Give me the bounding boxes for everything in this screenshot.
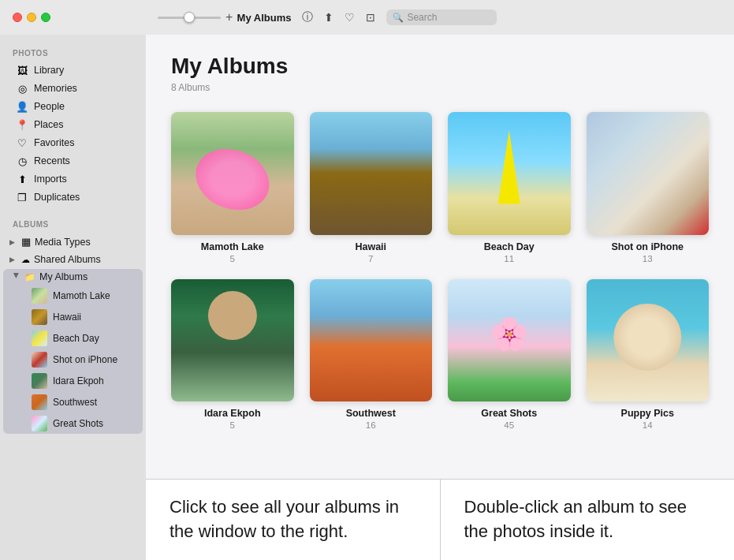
- media-types-label: Media Types: [35, 237, 91, 248]
- my-albums-chevron: ▶: [13, 273, 20, 281]
- media-types-icon: ▦: [21, 236, 31, 248]
- album-name-mamoth-lake: Mamoth Lake: [171, 241, 294, 252]
- search-box[interactable]: 🔍 Search: [386, 9, 497, 25]
- album-card-southwest[interactable]: Southwest 16: [310, 279, 433, 431]
- info-icon[interactable]: ⓘ: [302, 10, 313, 24]
- album-card-idara-ekpoh[interactable]: Idara Ekpoh 5: [171, 279, 294, 431]
- sidebar-sub-southwest[interactable]: Southwest: [6, 392, 140, 413]
- album-card-great-shots[interactable]: Great Shots 45: [448, 279, 571, 431]
- shot-on-iphone-thumb: [32, 352, 47, 368]
- sidebar-item-recents[interactable]: ◷ Recents: [3, 152, 143, 170]
- album-thumb-great-shots: [448, 279, 571, 402]
- media-types-chevron: ▶: [9, 238, 17, 246]
- album-name-puppy-pics: Puppy Pics: [587, 408, 710, 419]
- sidebar-item-library[interactable]: 🖼 Library: [3, 62, 143, 79]
- page-title: My Albums: [171, 54, 709, 79]
- album-card-beach-day[interactable]: Beach Day 11: [448, 112, 571, 263]
- albums-section-label: Albums: [0, 214, 146, 232]
- crop-icon[interactable]: ⊡: [366, 11, 375, 24]
- my-albums-header[interactable]: ▶ 📁 My Albums: [6, 269, 140, 285]
- sidebar-sub-great-shots[interactable]: Great Shots: [6, 413, 140, 434]
- sidebar-label-people: People: [34, 101, 65, 112]
- sidebar-label-duplicates: Duplicates: [34, 192, 80, 203]
- sidebar-label-memories: Memories: [34, 83, 77, 94]
- shared-albums-label: Shared Albums: [34, 254, 101, 265]
- idara-ekpoh-thumb: [32, 373, 47, 389]
- people-icon: 👤: [16, 100, 28, 113]
- search-icon: 🔍: [393, 13, 404, 23]
- album-thumb-mamoth-lake: [171, 112, 294, 235]
- shared-albums-header[interactable]: ▶ ☁ Shared Albums: [3, 252, 143, 267]
- album-name-idara-ekpoh: Idara Ekpoh: [171, 408, 294, 419]
- titlebar-center: My Albums ⓘ ⬆ ♡ ⊡ 🔍 Search: [237, 9, 497, 25]
- sidebar-sub-shot-on-iphone[interactable]: Shot on iPhone: [6, 349, 140, 370]
- sidebar-item-duplicates[interactable]: ❐ Duplicates: [3, 189, 143, 206]
- hawaii-thumb: [32, 309, 47, 325]
- album-card-shot-on-iphone[interactable]: Shot on iPhone 13: [587, 112, 710, 263]
- album-name-beach-day: Beach Day: [448, 241, 571, 252]
- sidebar-sub-mamoth-lake[interactable]: Mamoth Lake: [6, 286, 140, 306]
- beach-day-thumb: [32, 330, 47, 346]
- sidebar-sub-hawaii[interactable]: Hawaii: [6, 307, 140, 327]
- window-title: My Albums: [237, 12, 292, 24]
- minimize-button[interactable]: [27, 13, 36, 22]
- album-card-puppy-pics[interactable]: Puppy Pics 14: [587, 279, 710, 431]
- sidebar-label-imports: Imports: [34, 174, 67, 185]
- sidebar-item-memories[interactable]: ◎ Memories: [3, 80, 143, 97]
- sidebar-sub-idara-ekpoh[interactable]: Idara Ekpoh: [6, 371, 140, 391]
- album-thumb-southwest: [310, 279, 433, 402]
- content-area: My Albums 8 Albums Mamoth Lake 5 Hawaii: [146, 35, 734, 479]
- album-count-puppy-pics: 14: [587, 420, 710, 430]
- sidebar-sub-beach-day[interactable]: Beach Day: [6, 328, 140, 349]
- zoom-slider[interactable]: +: [158, 10, 233, 24]
- sidebar-item-people[interactable]: 👤 People: [3, 98, 143, 115]
- album-count-hawaii: 7: [310, 254, 433, 263]
- annotation-area: Click to see all your albums in the wind…: [146, 479, 734, 560]
- zoom-plus-icon[interactable]: +: [225, 10, 233, 24]
- album-count-great-shots: 45: [448, 420, 571, 430]
- sidebar-item-imports[interactable]: ⬆ Imports: [3, 170, 143, 188]
- album-card-mamoth-lake[interactable]: Mamoth Lake 5: [171, 112, 294, 263]
- great-shots-label: Great Shots: [53, 418, 103, 429]
- sidebar-label-favorites: Favorites: [34, 137, 74, 148]
- main-layout: Photos 🖼 Library ◎ Memories 👤 People 📍 P…: [0, 35, 734, 560]
- search-placeholder: Search: [407, 12, 437, 23]
- photos-section-label: Photos: [0, 43, 146, 61]
- sidebar-label-recents: Recents: [34, 155, 70, 166]
- sidebar-item-favorites[interactable]: ♡ Favorites: [3, 134, 143, 151]
- album-count-southwest: 16: [310, 420, 433, 430]
- album-name-southwest: Southwest: [310, 408, 433, 419]
- album-thumb-idara-ekpoh: [171, 279, 294, 402]
- great-shots-thumb: [32, 416, 47, 431]
- titlebar-actions: ⓘ ⬆ ♡ ⊡: [302, 10, 375, 24]
- mamoth-lake-thumb: [32, 288, 47, 304]
- hawaii-label: Hawaii: [53, 312, 81, 323]
- sidebar-label-places: Places: [34, 119, 64, 130]
- my-albums-icon: 📁: [24, 272, 35, 282]
- albums-grid: Mamoth Lake 5 Hawaii 7 Beach Day: [171, 112, 709, 430]
- album-name-shot-on-iphone: Shot on iPhone: [587, 241, 710, 252]
- traffic-lights: [13, 13, 50, 22]
- heart-icon[interactable]: ♡: [345, 11, 355, 24]
- share-icon[interactable]: ⬆: [324, 11, 333, 24]
- imports-icon: ⬆: [16, 173, 28, 185]
- album-count-mamoth-lake: 5: [171, 254, 294, 263]
- recents-icon: ◷: [16, 155, 28, 167]
- album-thumb-hawaii: [310, 112, 433, 235]
- album-count-idara-ekpoh: 5: [171, 420, 294, 430]
- album-name-hawaii: Hawaii: [310, 241, 433, 252]
- album-count-shot-on-iphone: 13: [587, 254, 710, 263]
- duplicates-icon: ❐: [16, 191, 28, 203]
- fullscreen-button[interactable]: [41, 13, 50, 22]
- shared-albums-icon: ☁: [21, 255, 30, 265]
- sidebar-item-places[interactable]: 📍 Places: [3, 116, 143, 133]
- media-types-header[interactable]: ▶ ▦ Media Types: [3, 233, 143, 250]
- close-button[interactable]: [13, 13, 22, 22]
- album-thumb-shot-on-iphone: [587, 112, 710, 235]
- my-albums-label: My Albums: [39, 271, 88, 282]
- shot-on-iphone-label: Shot on iPhone: [53, 354, 117, 365]
- southwest-thumb: [32, 394, 47, 410]
- annotation-right: Double-click an album to see the photos …: [441, 480, 735, 560]
- album-card-hawaii[interactable]: Hawaii 7: [310, 112, 433, 263]
- favorites-icon: ♡: [16, 136, 28, 149]
